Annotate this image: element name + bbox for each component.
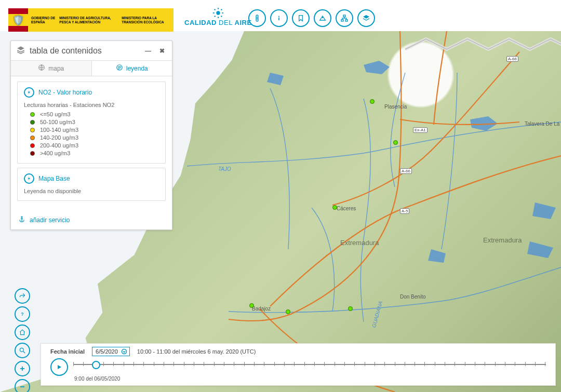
- legend-swatch: [30, 120, 35, 125]
- station-marker[interactable]: [348, 306, 353, 311]
- gov-text-2: MINISTERIO DE AGRICULTURA, PESCA Y ALIME…: [59, 16, 117, 24]
- time-slider-panel: Fecha inicial 6/5/2020 10:00 - 11:00 del…: [41, 343, 556, 386]
- date-picker[interactable]: 6/5/2020: [92, 347, 130, 356]
- svg-line-6: [221, 16, 222, 17]
- toc-panel: tabla de contenidos — ✖ mapa leyenda ✶ N…: [10, 40, 172, 230]
- legend-class: 100-140 ug/m3: [30, 127, 159, 133]
- layer-no2-title: NO2 - Valor horario: [38, 89, 92, 96]
- legend-class-label: >400 ug/m3: [40, 150, 70, 156]
- svg-point-11: [278, 16, 279, 17]
- legend-swatch: [30, 151, 35, 156]
- toc-title: tabla de contenidos: [30, 46, 139, 56]
- brand-text-mid: DEL: [217, 19, 235, 26]
- legend-class-label: 200-400 ug/m3: [40, 142, 78, 148]
- search-button[interactable]: [15, 343, 30, 358]
- svg-line-27: [23, 352, 25, 354]
- svg-point-31: [122, 349, 126, 354]
- add-service-button[interactable]: añadir servicio: [11, 210, 172, 229]
- share-button[interactable]: [15, 288, 30, 304]
- svg-line-8: [221, 9, 222, 10]
- tab-legend[interactable]: leyenda: [92, 61, 172, 76]
- date-value: 6/5/2020: [96, 348, 118, 355]
- svg-point-0: [216, 11, 220, 15]
- svg-rect-15: [341, 20, 343, 21]
- station-marker[interactable]: [370, 99, 375, 104]
- play-button[interactable]: [50, 358, 68, 376]
- legend-class: <=50 ug/m3: [30, 111, 159, 117]
- app-brand: CALIDAD DEL AIRE: [184, 7, 252, 26]
- station-marker[interactable]: [286, 309, 290, 314]
- government-logo-strip: 🛡️ GOBIERNO DE ESPAÑA MINISTERIO DE AGRI…: [8, 8, 173, 32]
- fan-icon: ✶: [24, 173, 34, 184]
- station-marker[interactable]: [332, 205, 337, 210]
- legend-class: 200-400 ug/m3: [30, 142, 159, 148]
- network-button[interactable]: [336, 9, 353, 27]
- sun-icon: [212, 7, 224, 19]
- legend-swatch: [30, 136, 35, 140]
- tab-map[interactable]: mapa: [11, 61, 92, 76]
- anchor-icon: [18, 215, 25, 224]
- time-slider[interactable]: [73, 360, 546, 374]
- bookmark-button[interactable]: [292, 9, 310, 27]
- zoom-out-button[interactable]: [15, 379, 30, 392]
- toc-close-button[interactable]: ✖: [157, 47, 167, 55]
- measurements-button[interactable]: [248, 9, 266, 27]
- station-marker[interactable]: [249, 303, 254, 308]
- basemap-button[interactable]: [314, 9, 331, 27]
- layers-icon: [16, 45, 25, 56]
- svg-text:?: ?: [21, 312, 23, 317]
- legend-class: >400 ug/m3: [30, 150, 159, 156]
- legend-layer-no2: ✶ NO2 - Valor horario Lecturas horarias …: [17, 82, 166, 164]
- timebar-range-text: 10:00 - 11:00 del miércoles 6 may. 2020 …: [137, 348, 256, 355]
- zoom-in-button[interactable]: [15, 361, 30, 376]
- legend-layer-basemap: ✶ Mapa Base Leyenda no disponible: [17, 168, 166, 201]
- legend-class-label: 100-140 ug/m3: [40, 127, 78, 133]
- legend-icon: [116, 64, 123, 73]
- timebar-label: Fecha inicial: [50, 348, 85, 355]
- side-toolbar: ?: [15, 288, 30, 392]
- svg-point-26: [20, 348, 23, 352]
- toc-minimize-button[interactable]: —: [143, 47, 153, 55]
- legend-swatch: [30, 112, 35, 117]
- spain-flag-icon: 🛡️: [8, 8, 28, 32]
- slider-handle[interactable]: [92, 361, 100, 369]
- tab-map-label: mapa: [48, 65, 64, 72]
- home-button[interactable]: [15, 325, 30, 340]
- legend-class: 50-100 ug/m3: [30, 119, 159, 125]
- fan-icon: ✶: [24, 87, 34, 98]
- brand-text-1: CALIDAD: [184, 19, 217, 26]
- globe-icon: [38, 64, 45, 73]
- legend-swatch: [30, 128, 35, 132]
- svg-line-7: [214, 16, 215, 17]
- legend-class-label: 50-100 ug/m3: [40, 119, 75, 125]
- slider-ticks: [73, 362, 546, 367]
- help-button[interactable]: ?: [15, 306, 30, 322]
- top-toolbar: [248, 9, 375, 27]
- svg-line-5: [214, 9, 215, 10]
- legend-class: 140-200 ug/m3: [30, 134, 159, 141]
- add-service-label: añadir servicio: [30, 217, 70, 224]
- svg-rect-14: [343, 15, 345, 17]
- svg-point-13: [322, 17, 323, 18]
- tab-legend-label: leyenda: [126, 65, 148, 72]
- chevron-down-icon: [121, 348, 127, 356]
- layer-no2-subtitle: Lecturas horarias - Estaciones NO2: [24, 102, 159, 108]
- layer-basemap-note: Leyenda no disponible: [24, 188, 159, 194]
- legend-swatch: [30, 143, 35, 148]
- station-marker[interactable]: [393, 140, 398, 145]
- header-bar: 🛡️ GOBIERNO DE ESPAÑA MINISTERIO DE AGRI…: [0, 0, 561, 31]
- layer-basemap-title: Mapa Base: [38, 175, 70, 182]
- layers-button[interactable]: [357, 9, 375, 27]
- svg-rect-12: [278, 18, 279, 20]
- gov-text-3: MINISTERIO PARA LA TRANSICIÓN ECOLÓGICA: [122, 16, 170, 24]
- svg-point-22: [21, 217, 22, 218]
- legend-class-label: <=50 ug/m3: [40, 111, 71, 117]
- info-button[interactable]: [270, 9, 288, 27]
- svg-rect-16: [345, 20, 348, 21]
- legend-class-label: 140-200 ug/m3: [40, 134, 78, 141]
- gov-text-1: GOBIERNO DE ESPAÑA: [31, 16, 55, 24]
- timebar-caption: 9:00 del 06/05/2020: [74, 376, 546, 382]
